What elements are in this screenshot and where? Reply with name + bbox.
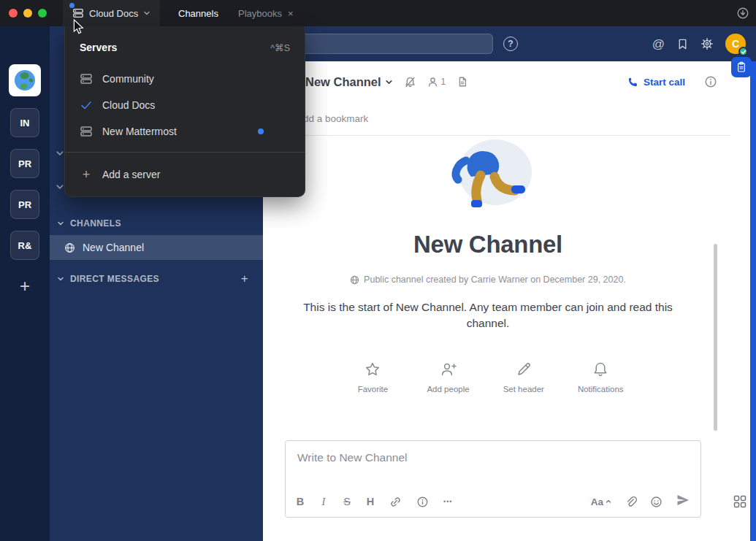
channel-menu-button[interactable]: New Channel <box>305 75 393 89</box>
question-mark-icon: ? <box>508 39 513 49</box>
italic-button[interactable]: I <box>319 496 328 507</box>
team-avatar-active[interactable] <box>9 64 41 96</box>
add-direct-message-button[interactable]: + <box>241 272 248 286</box>
attach-file-button[interactable] <box>625 496 637 508</box>
bold-button[interactable]: B <box>296 496 305 507</box>
playbooks-rail-button[interactable] <box>731 57 752 77</box>
formatting-toolbar: B I S H ••• Aa <box>296 493 690 510</box>
team-tile-r[interactable]: R& <box>10 231 39 260</box>
favorite-button[interactable]: Favorite <box>352 361 393 394</box>
heading-button[interactable]: H <box>366 496 375 507</box>
action-label: Notifications <box>578 385 624 394</box>
collapsed-category-chevron-icon[interactable] <box>56 149 64 158</box>
hide-formatting-button[interactable]: Aa <box>591 496 611 507</box>
help-button[interactable]: ? <box>503 37 518 51</box>
start-call-button[interactable]: Start call <box>622 72 691 92</box>
link-button[interactable] <box>389 496 402 508</box>
member-count: 1 <box>441 77 446 87</box>
team-sidebar: IN PR PR R& + <box>0 26 50 541</box>
channel-info-button[interactable] <box>704 75 717 88</box>
globe-icon <box>64 242 75 253</box>
server-tab-label: Cloud Docs <box>89 8 138 19</box>
channel-intro-description: This is the start of New Channel. Any te… <box>291 299 685 331</box>
app-bar-toggle-button[interactable] <box>732 494 748 510</box>
globe-avatar-icon <box>12 68 37 93</box>
header-actions: @ C <box>652 26 746 61</box>
emoji-button[interactable] <box>650 496 663 508</box>
saved-posts-button[interactable] <box>676 38 689 50</box>
strikethrough-button[interactable]: S <box>343 496 351 507</box>
mouse-cursor <box>73 19 85 35</box>
menu-item-new-mattermost[interactable]: New Mattermost <box>65 118 305 145</box>
message-input[interactable]: Write to New Channel <box>286 441 700 475</box>
download-update-button[interactable] <box>736 6 750 20</box>
members-button[interactable]: 1 <box>427 77 446 88</box>
notifications-button[interactable]: Notifications <box>578 361 624 394</box>
category-label: DIRECT MESSAGES <box>70 274 159 284</box>
chevron-down-icon <box>57 220 64 227</box>
window-controls <box>9 9 47 18</box>
mute-notifications-button[interactable] <box>404 76 416 88</box>
send-icon <box>676 493 690 507</box>
add-server-button[interactable]: + Add a server <box>65 160 305 189</box>
send-button[interactable] <box>676 493 690 510</box>
menu-item-label: New Mattermost <box>102 126 177 137</box>
main-content: New Channel 1 Start call <box>263 61 730 541</box>
collapsed-category-chevron-icon[interactable] <box>56 183 64 191</box>
titlebar: Cloud Docs Channels Playbooks × <box>0 0 756 26</box>
menu-item-label: Cloud Docs <box>102 99 155 111</box>
sidebar-item-new-channel[interactable]: New Channel <box>50 235 263 260</box>
at-icon: @ <box>652 38 665 50</box>
channel-intro-title: New Channel <box>263 231 713 258</box>
tab-channels[interactable]: Channels <box>171 0 226 26</box>
zoom-window-button[interactable] <box>38 9 47 18</box>
server-stack-icon <box>72 7 84 19</box>
avatar-initial: C <box>732 38 739 50</box>
online-status-badge <box>738 47 748 56</box>
add-team-button[interactable]: + <box>10 272 39 301</box>
plus-icon: + <box>20 276 30 296</box>
chevron-up-icon <box>606 499 611 504</box>
settings-button[interactable] <box>700 37 714 50</box>
close-window-button[interactable] <box>9 9 18 18</box>
channel-intro-illustration <box>429 137 546 213</box>
person-icon <box>427 77 438 88</box>
channel-title: New Channel <box>305 75 381 89</box>
scrollbar[interactable] <box>714 244 717 431</box>
globe-icon <box>350 275 359 285</box>
team-tile-pr-1[interactable]: PR <box>10 149 39 178</box>
close-icon[interactable]: × <box>288 9 294 18</box>
server-stack-icon <box>80 72 93 85</box>
channel-header-right: Start call <box>622 72 717 92</box>
info-circle-button[interactable] <box>416 496 429 508</box>
app-rail-accent-strip <box>750 61 756 541</box>
gear-icon <box>700 37 714 50</box>
action-label: Favorite <box>358 385 389 394</box>
menu-item-community[interactable]: Community <box>65 66 305 92</box>
bookmark-bar[interactable]: + Add a bookmark <box>263 102 730 136</box>
category-direct-messages[interactable]: DIRECT MESSAGES + <box>50 272 263 286</box>
info-circle-icon <box>416 496 429 508</box>
more-formatting-button[interactable]: ••• <box>443 498 452 505</box>
server-menu: Servers ^⌘S Community Cloud Docs New Mat… <box>64 26 305 197</box>
add-people-button[interactable]: Add people <box>427 361 469 394</box>
team-tile-in[interactable]: IN <box>10 108 39 137</box>
tab-playbooks[interactable]: Playbooks × <box>231 0 301 26</box>
menu-item-cloud-docs[interactable]: Cloud Docs <box>65 92 305 118</box>
minimize-window-button[interactable] <box>23 9 32 18</box>
user-avatar[interactable]: C <box>725 34 746 54</box>
unread-dot <box>69 3 75 8</box>
aa-label: Aa <box>591 496 603 507</box>
set-header-button[interactable]: Set header <box>503 361 544 394</box>
category-channels[interactable]: CHANNELS <box>50 216 263 231</box>
check-icon <box>741 49 747 55</box>
pencil-icon <box>515 361 532 378</box>
channel-files-button[interactable] <box>457 76 468 88</box>
team-tile-pr-2[interactable]: PR <box>10 190 39 219</box>
link-icon <box>389 496 402 508</box>
action-label: Add people <box>427 385 469 394</box>
team-initials: PR <box>18 158 31 169</box>
mentions-button[interactable]: @ <box>652 38 665 50</box>
action-label: Set header <box>503 385 544 394</box>
bell-icon <box>592 361 609 378</box>
